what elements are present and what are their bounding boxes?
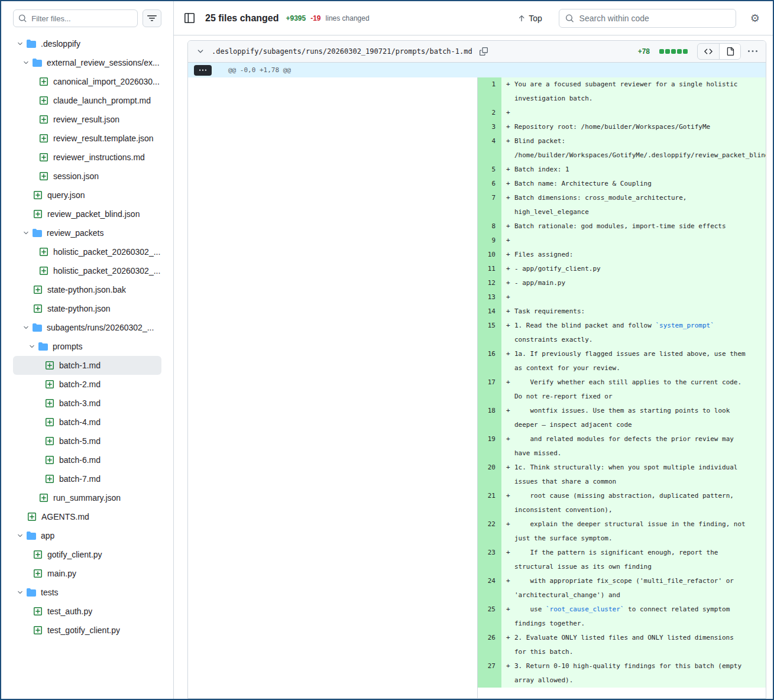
kebab-horizontal-icon — [199, 67, 206, 74]
tree-file-batch-2-md[interactable]: batch-2.md — [13, 375, 161, 394]
line-number[interactable]: 14 — [478, 304, 501, 319]
folder-icon — [33, 58, 42, 67]
tree-file-batch-3-md[interactable]: batch-3.md — [13, 394, 161, 413]
file-options-kebab-button[interactable] — [746, 44, 760, 59]
tree-folder-external-review-sessions-ex[interactable]: external_review_sessions/ex... — [13, 53, 161, 72]
line-number[interactable]: 20 — [478, 461, 501, 489]
addition-marker: + — [506, 404, 510, 418]
tree-item-label: prompts — [53, 342, 83, 351]
tree-file-review-packet-blind-json[interactable]: review_packet_blind.json — [13, 205, 161, 223]
tree-file-run-summary-json[interactable]: run_summary.json — [13, 488, 161, 507]
sidebar-toggle-button[interactable] — [182, 11, 197, 25]
rich-diff-button[interactable] — [719, 44, 740, 59]
diff-added-line: 21+ root cause (missing abstraction, dup… — [478, 489, 766, 517]
line-number[interactable]: 3 — [478, 120, 501, 134]
sidebar-collapse-icon — [184, 13, 195, 23]
filter-files-input[interactable] — [13, 9, 138, 27]
tree-file-query-json[interactable]: query.json — [13, 186, 161, 205]
tree-file-gotify-client-py[interactable]: gotify_client.py — [13, 545, 161, 564]
tree-file-test-auth-py[interactable]: test_auth.py — [13, 602, 161, 621]
tree-file-batch-1-md[interactable]: batch-1.md — [13, 356, 161, 375]
tree-file-canonical-import-2026030[interactable]: canonical_import_2026030... — [13, 72, 161, 91]
hunk-header-text: @@ -0,0 +1,78 @@ — [228, 66, 291, 74]
line-number[interactable]: 24 — [478, 574, 501, 602]
expand-hunk-button[interactable] — [194, 65, 212, 76]
diff-added-line: 2+ — [478, 106, 766, 120]
diff-added-line: 23+ If the pattern is significant enough… — [478, 546, 766, 574]
line-number[interactable]: 11 — [478, 262, 501, 276]
line-number[interactable]: 18 — [478, 404, 501, 432]
tree-file-batch-7-md[interactable]: batch-7.md — [13, 469, 161, 488]
tree-folder-review-packets[interactable]: review_packets — [13, 223, 161, 242]
tree-folder-tests[interactable]: tests — [13, 583, 161, 602]
line-number[interactable]: 6 — [478, 177, 501, 191]
line-number[interactable]: 21 — [478, 489, 501, 517]
addition-marker: + — [506, 134, 510, 148]
tree-file-batch-6-md[interactable]: batch-6.md — [13, 451, 161, 469]
line-number[interactable]: 4 — [478, 134, 501, 163]
line-number[interactable]: 15 — [478, 319, 501, 347]
filter-files-field[interactable] — [30, 14, 132, 24]
line-number[interactable]: 7 — [478, 191, 501, 219]
diff-added-line: 14+Task requirements: — [478, 304, 766, 319]
tree-file-review-result-json[interactable]: review_result.json — [13, 110, 161, 129]
line-number[interactable]: 12 — [478, 276, 501, 290]
tree-file-holistic-packet-20260302[interactable]: holistic_packet_20260302_... — [13, 242, 161, 261]
tree-file-review-result-template-json[interactable]: review_result.template.json — [13, 129, 161, 148]
line-number[interactable]: 10 — [478, 248, 501, 262]
code-reference-link[interactable]: `system_prompt` — [655, 322, 714, 329]
diff-added-line: 15+1. Read the blind packet and follow `… — [478, 319, 766, 347]
file-path[interactable]: .desloppify/subagents/runs/20260302_1907… — [212, 47, 472, 56]
tree-folder-prompts[interactable]: prompts — [13, 337, 161, 356]
settings-gear-icon[interactable]: ⚙ — [747, 12, 763, 24]
tree-file-reviewer-instructions-md[interactable]: reviewer_instructions.md — [13, 148, 161, 167]
line-content: +1. Read the blind packet and follow `sy… — [501, 319, 766, 347]
tree-file-holistic-packet-20260302[interactable]: holistic_packet_20260302_... — [13, 261, 161, 280]
tree-file-main-py[interactable]: main.py — [13, 564, 161, 583]
filter-button[interactable] — [143, 9, 161, 27]
line-number[interactable]: 27 — [478, 659, 501, 688]
chevron-down-icon — [17, 40, 24, 47]
code-reference-link[interactable]: `root_cause_cluster` — [546, 605, 624, 613]
line-number[interactable]: 8 — [478, 219, 501, 234]
tree-file-test-gotify-client-py[interactable]: test_gotify_client.py — [13, 621, 161, 640]
addition-marker: + — [506, 461, 510, 475]
tree-file-batch-4-md[interactable]: batch-4.md — [13, 413, 161, 432]
copy-icon — [480, 47, 488, 56]
collapse-file-button[interactable] — [194, 45, 207, 58]
tree-item-label: holistic_packet_20260302_... — [53, 266, 160, 276]
tree-file-agents-md[interactable]: AGENTS.md — [13, 507, 161, 526]
line-number[interactable]: 2 — [478, 106, 501, 120]
tree-folder-desloppify[interactable]: .desloppify — [13, 34, 161, 53]
line-content: +Blind packet: /home/builder/Workspaces/… — [501, 134, 766, 163]
source-diff-button[interactable] — [698, 44, 719, 59]
line-number[interactable]: 23 — [478, 546, 501, 574]
addition-marker: + — [506, 347, 510, 361]
line-number[interactable]: 9 — [478, 234, 501, 248]
diff-added-file-icon — [45, 398, 54, 408]
line-number[interactable]: 13 — [478, 290, 501, 304]
line-number[interactable]: 22 — [478, 517, 501, 546]
tree-file-session-json[interactable]: session.json — [13, 167, 161, 186]
search-within-code-input[interactable] — [578, 13, 730, 24]
line-number[interactable]: 1 — [478, 77, 501, 106]
tree-file-batch-5-md[interactable]: batch-5.md — [13, 432, 161, 451]
line-number[interactable]: 26 — [478, 631, 501, 659]
tree-file-state-python-json[interactable]: state-python.json — [13, 299, 161, 318]
tree-file-claude-launch-prompt-md[interactable]: claude_launch_prompt.md — [13, 91, 161, 110]
line-number[interactable]: 25 — [478, 602, 501, 631]
search-within-code-box[interactable] — [559, 9, 736, 28]
files-changed-count: 25 files changed — [205, 13, 279, 24]
scroll-to-top-button[interactable]: Top — [514, 13, 546, 24]
addition-marker: + — [506, 489, 510, 503]
tree-folder-subagents-runs-20260302[interactable]: subagents/runs/20260302_... — [13, 318, 161, 337]
copy-path-button[interactable] — [477, 45, 490, 58]
line-number[interactable]: 17 — [478, 375, 501, 404]
diff-added-line: 17+ Verify whether each still applies to… — [478, 375, 766, 404]
tree-folder-app[interactable]: app — [13, 526, 161, 545]
line-number[interactable]: 19 — [478, 432, 501, 461]
line-number[interactable]: 5 — [478, 163, 501, 177]
tree-file-state-python-json-bak[interactable]: state-python.json.bak — [13, 280, 161, 299]
diff-added-file-icon — [33, 209, 43, 219]
line-number[interactable]: 16 — [478, 347, 501, 375]
